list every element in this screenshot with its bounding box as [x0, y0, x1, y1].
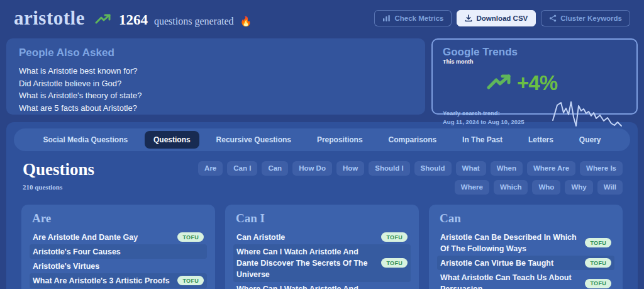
filter-chip-which[interactable]: Which	[494, 180, 528, 195]
title-group: aristotle 1264 questions generated 🔥	[14, 7, 252, 30]
filter-chip-are[interactable]: Are	[198, 161, 223, 176]
tab-prepositions[interactable]: Prepositions	[308, 131, 372, 149]
button-label: Cluster Keywords	[560, 14, 622, 22]
filter-chip-where[interactable]: Where	[455, 180, 489, 195]
filter-chip-how[interactable]: How	[336, 161, 364, 176]
question-row[interactable]: Can AristotleTOFU	[233, 230, 411, 244]
page-title: aristotle	[14, 7, 85, 30]
question-row[interactable]: What Aristotle Can Teach Us About Persua…	[437, 270, 614, 289]
tab-in-the-past[interactable]: In The Past	[453, 131, 511, 149]
column-title: Can	[440, 212, 614, 225]
cluster-keywords-button[interactable]: Cluster Keywords	[541, 10, 630, 26]
paa-question: What are 5 facts about Aristotle?	[19, 102, 413, 115]
question-text: What Aristotle Can Teach Us About Persua…	[440, 272, 580, 289]
funnel-badge-tofu: TOFU	[177, 276, 204, 285]
trend-sparkline	[551, 96, 626, 129]
question-column-are: AreAre Aristotle And Dante GayTOFUAristo…	[21, 205, 215, 289]
filter-chip-should-i[interactable]: Should I	[369, 161, 409, 176]
trend-change-group: +4%	[443, 71, 601, 95]
question-row[interactable]: Aristotle Can Virtue Be TaughtTOFU	[437, 256, 614, 270]
check-metrics-button[interactable]: Check Metrics	[374, 10, 452, 26]
trending-up-icon	[95, 13, 111, 27]
filter-chip-why[interactable]: Why	[565, 180, 592, 195]
tab-query[interactable]: Query	[570, 131, 610, 149]
column-title: Can I	[236, 212, 411, 225]
funnel-badge-tofu: TOFU	[585, 238, 611, 247]
button-label: Download CSV	[476, 14, 528, 22]
paa-question: What is Aristotle's theory of state?	[19, 89, 413, 102]
filter-chip-where-are[interactable]: Where Are	[527, 161, 575, 176]
question-text: Aristotle's Virtues	[33, 261, 99, 272]
question-text: Where Can I Watch Aristotle And Dante	[236, 283, 376, 289]
filter-chip-can-i[interactable]: Can I	[227, 161, 257, 176]
filter-chip-row: AreCan ICanHow DoHowShould IShouldWhatWh…	[195, 161, 623, 195]
filter-chip-what[interactable]: What	[456, 161, 486, 176]
question-row[interactable]: What Are Aristotle's 3 Artistic ProofsTO…	[30, 273, 207, 288]
chart-icon	[382, 14, 391, 22]
question-count: 1264	[119, 12, 148, 28]
google-trends-title: Google Trends	[443, 46, 626, 59]
tab-social-media-questions[interactable]: Social Media Questions	[34, 131, 136, 149]
question-column-can: CanAristotle Can Be Described In Which O…	[429, 205, 623, 289]
tab-comparisons[interactable]: Comparisons	[379, 131, 445, 149]
paa-question: Did Aristotle believe in God?	[19, 77, 413, 90]
question-text: Aristotle's Four Causes	[33, 246, 121, 258]
button-label: Check Metrics	[394, 14, 443, 22]
filter-chip-when[interactable]: When	[491, 161, 523, 176]
column-title: Are	[32, 212, 207, 225]
trend-detail: Yearly search trend: Aug 11, 2024 to Aug…	[443, 96, 626, 127]
top-panels: People Also Asked What is Aristotle best…	[0, 36, 644, 115]
question-row[interactable]: Where Can I Watch Aristotle And DanteTOF…	[233, 282, 411, 289]
tab-letters[interactable]: Letters	[519, 131, 562, 149]
question-row[interactable]: Are Aristotle And Dante GayTOFU	[30, 230, 207, 244]
filter-chip-can[interactable]: Can	[262, 161, 288, 176]
question-row[interactable]: Aristotle Can Be Described In Which Of T…	[437, 230, 614, 256]
section-count: 210 questions	[23, 183, 94, 191]
filter-chip-where-is[interactable]: Where Is	[580, 161, 623, 176]
paa-question: What is Aristotle best known for?	[19, 65, 413, 77]
cluster-icon	[549, 14, 557, 22]
question-text: Aristotle Can Be Described In Which Of T…	[440, 232, 580, 254]
download-icon	[465, 14, 472, 22]
people-also-asked-list: What is Aristotle best known for?Did Ari…	[19, 65, 413, 114]
question-column-can-i: Can ICan AristotleTOFUWhere Can I Watch …	[225, 205, 419, 289]
section-head: Questions 210 questions AreCan ICanHow D…	[14, 151, 630, 200]
question-text: Where Can I Watch Aristotle And Dante Di…	[236, 246, 376, 280]
download-csv-button[interactable]: Download CSV	[457, 10, 536, 26]
funnel-badge-tofu: TOFU	[381, 258, 408, 268]
filter-chip-will[interactable]: Will	[597, 180, 623, 195]
fire-icon: 🔥	[240, 16, 252, 27]
people-also-asked-panel: People Also Asked What is Aristotle best…	[6, 38, 425, 115]
section-title: Questions	[23, 160, 94, 179]
question-row[interactable]: Where Can I Watch Aristotle And Dante Di…	[233, 244, 411, 281]
funnel-badge-tofu: TOFU	[585, 279, 611, 288]
tab-recursive-questions[interactable]: Recursive Questions	[208, 131, 300, 149]
trending-up-icon	[487, 73, 512, 93]
funnel-badge-tofu: TOFU	[177, 232, 204, 242]
question-count-label: questions generated	[154, 16, 234, 27]
question-columns: AreAre Aristotle And Dante GayTOFUAristo…	[14, 200, 630, 289]
filter-chip-should[interactable]: Should	[414, 161, 452, 176]
funnel-badge-tofu: TOFU	[381, 232, 408, 242]
header-actions: Check MetricsDownload CSVCluster Keyword…	[374, 10, 630, 26]
question-row[interactable]: Aristotle's Four Causes	[30, 244, 207, 259]
trend-range-label: Yearly search trend:	[443, 109, 525, 118]
question-text: Are Aristotle And Dante Gay	[33, 232, 138, 243]
trend-change-value: +4%	[517, 71, 557, 95]
header: aristotle 1264 questions generated 🔥 Che…	[0, 0, 644, 36]
category-tabbar: Social Media QuestionsQuestionsRecursive…	[14, 128, 630, 151]
funnel-badge-tofu: TOFU	[585, 258, 611, 268]
question-text: What Are Aristotle's 3 Artistic Proofs	[33, 275, 170, 286]
question-row[interactable]: Aristotle's Virtues	[30, 259, 207, 273]
trend-range-dates: Aug 11, 2024 to Aug 10, 2025	[443, 118, 525, 127]
question-text: Can Aristotle	[236, 232, 285, 243]
filter-chip-how-do[interactable]: How Do	[292, 161, 332, 176]
questions-section: Social Media QuestionsQuestionsRecursive…	[6, 122, 638, 289]
google-trends-panel: Google Trends This month +4% Yearly sear…	[431, 38, 638, 115]
question-text: Aristotle Can Virtue Be Taught	[440, 258, 553, 269]
people-also-asked-title: People Also Asked	[19, 47, 413, 59]
filter-chip-who[interactable]: Who	[532, 180, 560, 195]
trend-period-label: This month	[443, 59, 626, 65]
tab-questions[interactable]: Questions	[145, 131, 199, 149]
